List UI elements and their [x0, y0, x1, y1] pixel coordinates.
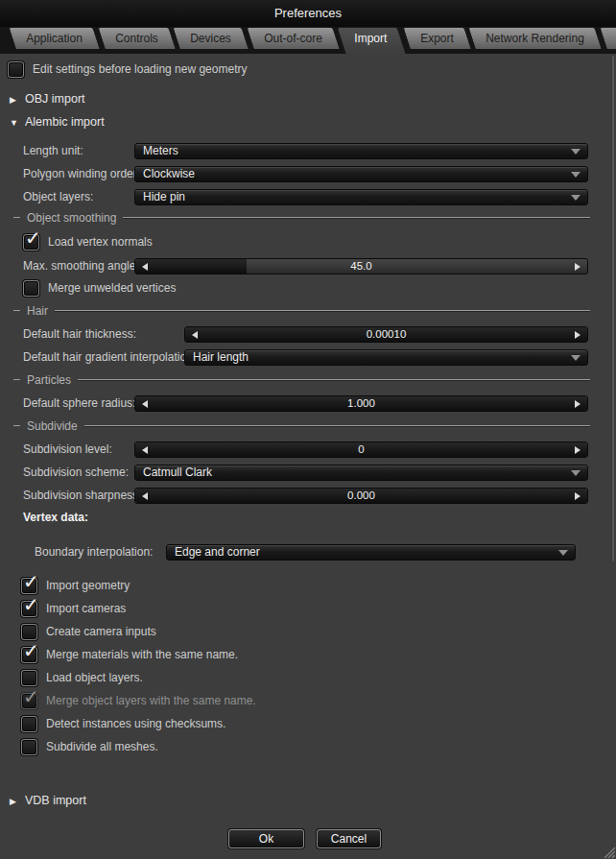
object-layers-dropdown[interactable]: Hide pin: [134, 189, 588, 205]
tab-controls[interactable]: Controls: [97, 27, 176, 49]
tab-devices[interactable]: Devices: [173, 27, 249, 49]
slider-decrement-icon[interactable]: [142, 446, 148, 454]
slider-decrement-icon[interactable]: [142, 492, 148, 500]
chevron-down-icon: [571, 172, 580, 178]
polygon-winding-order-label: Polygon winding order:: [23, 166, 140, 182]
divider-line: [78, 379, 590, 380]
load-object-layers-checkbox[interactable]: [21, 670, 37, 686]
vertical-scrollbar[interactable]: [612, 56, 614, 561]
default-hair-gradient-interpolation-dropdown[interactable]: Hair length: [184, 349, 588, 366]
polygon-winding-order-value: Clockwise: [143, 167, 195, 181]
object-layers-label: Object layers:: [23, 189, 93, 205]
tab-label: Devices: [191, 28, 232, 49]
tab-application[interactable]: Application: [8, 27, 100, 49]
edit-settings-checkbox[interactable]: [8, 61, 24, 78]
triangle-right-icon: ▶: [10, 93, 25, 107]
create-camera-inputs-label: Create camera inputs: [46, 624, 156, 640]
tab-import[interactable]: Import: [336, 27, 406, 54]
load-vertex-normals-row: ✓ Load vertex normals: [23, 234, 153, 251]
subdivide-all-meshes-row: Subdivide all meshes.: [21, 739, 158, 755]
load-object-layers-label: Load object layers.: [46, 670, 143, 686]
tab-label: Controls: [115, 28, 158, 49]
merge-materials-checkbox[interactable]: ✓: [21, 647, 37, 663]
import-geometry-row: ✓ Import geometry: [21, 578, 130, 594]
group-label: Particles: [27, 373, 71, 387]
edit-settings-row: Edit settings before loading new geometr…: [8, 61, 247, 78]
tab-shortcuts[interactable]: Shortcuts: [599, 27, 616, 49]
divider-line: [55, 310, 590, 311]
subdivision-level-value: 0: [135, 442, 587, 457]
subdivision-scheme-label: Subdivision scheme:: [23, 465, 129, 481]
ok-button[interactable]: Ok: [228, 829, 304, 848]
length-unit-dropdown[interactable]: Meters: [134, 143, 588, 159]
default-hair-gradient-interpolation-value: Hair length: [193, 350, 249, 365]
merge-unwelded-vertices-checkbox[interactable]: [23, 280, 39, 297]
subdivision-sharpness-slider[interactable]: 0.000: [134, 488, 588, 504]
subdivide-all-meshes-checkbox[interactable]: [21, 739, 37, 755]
divider-line: [84, 425, 590, 426]
merge-object-layers-row: ✓ Merge object layers with the same name…: [21, 693, 256, 709]
section-label: Alembic import: [25, 115, 105, 129]
length-unit-value: Meters: [143, 144, 178, 158]
slider-decrement-icon[interactable]: [192, 331, 198, 339]
slider-increment-icon[interactable]: [575, 446, 580, 454]
create-camera-inputs-row: Create camera inputs: [21, 624, 156, 640]
merge-materials-row: ✓ Merge materials with the same name.: [21, 647, 238, 663]
default-hair-gradient-interpolation-label: Default hair gradient interpolation:: [23, 349, 196, 366]
vertex-data-heading: Vertex data:: [23, 510, 88, 526]
subdivision-scheme-dropdown[interactable]: Catmull Clark: [134, 465, 588, 481]
tab-bar: Application Controls Devices Out-of-core…: [0, 27, 616, 54]
polygon-winding-order-dropdown[interactable]: Clockwise: [134, 166, 588, 182]
group-particles: Particles: [13, 373, 590, 386]
divider-dash: [13, 379, 20, 380]
default-sphere-radius-slider[interactable]: 1.000: [134, 395, 588, 412]
default-hair-thickness-slider[interactable]: 0.00010: [184, 326, 588, 343]
divider-dash: [13, 310, 20, 311]
section-obj-import[interactable]: ▶OBJ import: [10, 92, 85, 107]
tab-out-of-core[interactable]: Out-of-core: [246, 27, 340, 49]
max-smoothing-angle-label: Max. smoothing angle:: [23, 258, 139, 274]
tab-network-rendering[interactable]: Network Rendering: [468, 27, 603, 49]
import-geometry-checkbox[interactable]: ✓: [21, 578, 37, 594]
import-cameras-checkbox[interactable]: ✓: [21, 601, 37, 617]
slider-increment-icon[interactable]: [575, 331, 580, 339]
default-sphere-radius-value: 1.000: [135, 396, 587, 411]
chevron-down-icon: [571, 195, 580, 201]
load-object-layers-row: Load object layers.: [21, 670, 143, 686]
import-geometry-label: Import geometry: [46, 578, 130, 594]
subdivision-level-slider[interactable]: 0: [134, 441, 588, 458]
tab-label: Out-of-core: [264, 28, 322, 49]
slider-decrement-icon[interactable]: [142, 263, 148, 271]
max-smoothing-angle-value: 45.0: [135, 259, 587, 274]
check-icon: ✓: [25, 228, 41, 248]
merge-unwelded-vertices-row: Merge unwelded vertices: [23, 280, 176, 297]
default-hair-thickness-value: 0.00010: [185, 327, 587, 342]
preferences-window: Preferences Application Controls Devices…: [0, 0, 616, 859]
section-alembic-import[interactable]: ▼Alembic import: [10, 115, 105, 130]
merge-object-layers-label: Merge object layers with the same name.: [46, 693, 256, 709]
tab-export[interactable]: Export: [402, 27, 471, 49]
max-smoothing-angle-slider[interactable]: 45.0: [134, 258, 588, 274]
detect-instances-row: Detect instances using checksums.: [21, 716, 225, 732]
section-vdb-import[interactable]: ▶VDB import: [10, 794, 86, 808]
divider-dash: [13, 425, 20, 426]
slider-decrement-icon[interactable]: [142, 400, 148, 408]
chevron-down-icon: [558, 550, 568, 556]
boundary-interpolation-dropdown[interactable]: Edge and corner: [166, 544, 576, 561]
load-vertex-normals-checkbox[interactable]: ✓: [23, 234, 39, 251]
create-camera-inputs-checkbox[interactable]: [21, 624, 37, 640]
triangle-right-icon: ▶: [10, 795, 25, 809]
slider-increment-icon[interactable]: [575, 400, 580, 408]
window-title: Preferences: [274, 6, 342, 20]
slider-increment-icon[interactable]: [575, 492, 580, 500]
default-sphere-radius-label: Default sphere radius:: [23, 395, 135, 412]
detect-instances-checkbox[interactable]: [21, 716, 37, 732]
cancel-button[interactable]: Cancel: [317, 829, 381, 848]
subdivision-sharpness-value: 0.000: [135, 489, 587, 503]
check-icon: ✓: [23, 572, 39, 591]
object-layers-value: Hide pin: [143, 190, 185, 204]
resize-grip-icon[interactable]: [601, 844, 615, 858]
titlebar[interactable]: Preferences: [0, 0, 616, 27]
slider-increment-icon[interactable]: [575, 263, 580, 271]
merge-unwelded-vertices-label: Merge unwelded vertices: [48, 280, 176, 297]
